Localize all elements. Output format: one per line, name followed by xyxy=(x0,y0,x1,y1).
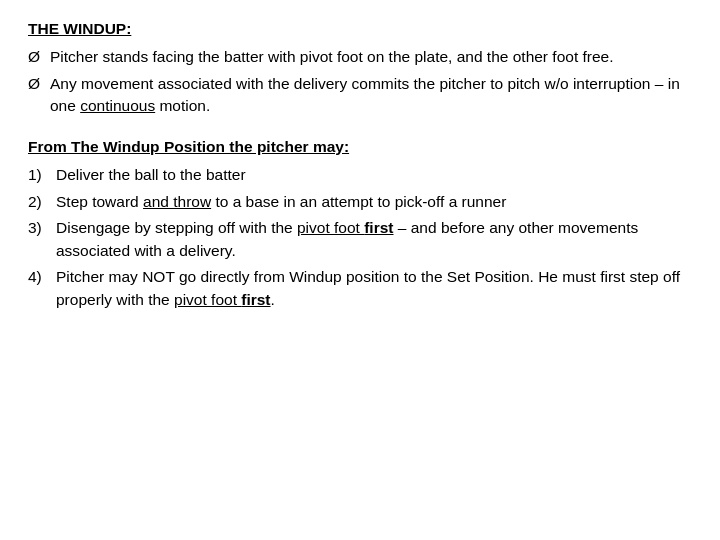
pivot-foot-underline-3: pivot foot first xyxy=(297,219,394,236)
pivot-foot-underline-4: pivot foot first xyxy=(174,291,271,308)
list-item-2: 2) Step toward and throw to a base in an… xyxy=(28,191,692,213)
spacer xyxy=(28,122,692,136)
bullet-symbol-2: Ø xyxy=(28,73,50,118)
first-bold-3: first xyxy=(364,219,393,236)
item-text-1: Deliver the ball to the batter xyxy=(56,164,692,186)
num-1: 1) xyxy=(28,164,56,186)
first-bold-4: first xyxy=(241,291,270,308)
bullet-text-1: Pitcher stands facing the batter with pi… xyxy=(50,46,692,68)
and-throw-underline: and throw xyxy=(143,193,211,210)
item-text-3: Disengage by stepping off with the pivot… xyxy=(56,217,692,262)
item-text-2: Step toward and throw to a base in an at… xyxy=(56,191,692,213)
list-item-4: 4) Pitcher may NOT go directly from Wind… xyxy=(28,266,692,311)
num-2: 2) xyxy=(28,191,56,213)
list-item-1: 1) Deliver the ball to the batter xyxy=(28,164,692,186)
numbered-list: 1) Deliver the ball to the batter 2) Ste… xyxy=(28,164,692,311)
list-item-3: 3) Disengage by stepping off with the pi… xyxy=(28,217,692,262)
continuous-underline: continuous xyxy=(80,97,155,114)
main-content: THE WINDUP: Ø Pitcher stands facing the … xyxy=(28,18,692,311)
num-3: 3) xyxy=(28,217,56,239)
item-text-4: Pitcher may NOT go directly from Windup … xyxy=(56,266,692,311)
bullet-2: Ø Any movement associated with the deliv… xyxy=(28,73,692,118)
from-windup-title: From The Windup Position the pitcher may… xyxy=(28,136,692,158)
num-4: 4) xyxy=(28,266,56,288)
section-title-windup: THE WINDUP: xyxy=(28,18,692,40)
bullet-text-2: Any movement associated with the deliver… xyxy=(50,73,692,118)
bullet-1: Ø Pitcher stands facing the batter with … xyxy=(28,46,692,68)
bullet-symbol-1: Ø xyxy=(28,46,50,68)
